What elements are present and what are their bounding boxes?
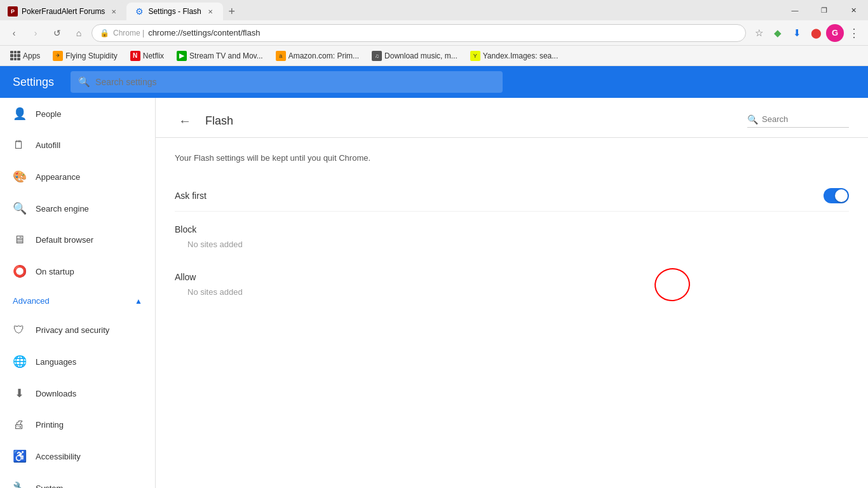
settings-search-bar[interactable]: 🔍 [71, 71, 503, 93]
default-browser-icon: 🖥 [13, 233, 25, 247]
block-section-title: Block [175, 212, 849, 240]
reload-button[interactable]: ↺ [48, 24, 66, 42]
sidebar-item-accessibility[interactable]: ♿ Accessibility [0, 440, 155, 472]
minimize-button[interactable]: — [780, 0, 810, 20]
toggle-thumb [835, 189, 848, 202]
sidebar-languages-label: Languages [36, 357, 76, 367]
lock-icon: 🔒 [100, 29, 109, 37]
sidebar-item-system[interactable]: 🔧 System [0, 472, 155, 488]
bookmark-star-icon[interactable]: ☆ [750, 24, 768, 42]
flash-search-icon: 🔍 [747, 114, 758, 125]
allow-section-title: Allow [175, 259, 849, 287]
tab-settings-favicon: ⚙ [134, 6, 144, 17]
block-no-sites: No sites added [175, 240, 849, 249]
sidebar-item-printing[interactable]: 🖨 Printing [0, 409, 155, 440]
back-button[interactable]: ‹ [5, 24, 23, 42]
bookmark-stream-favicon: ▶ [177, 51, 187, 61]
allow-no-sites: No sites added [175, 287, 849, 297]
sidebar-item-languages[interactable]: 🌐 Languages [0, 346, 155, 377]
url-bar: ‹ › ↺ ⌂ 🔒 Chrome | chrome://settings/con… [0, 20, 868, 46]
sidebar-advanced-header[interactable]: Advanced ▲ [0, 287, 155, 315]
settings-search-container: 🔍 [71, 71, 503, 93]
settings-page: Settings 🔍 👤 People 🗒 Autofill 🎨 Appeara… [0, 66, 868, 488]
sidebar-item-downloads[interactable]: ⬇ Downloads [0, 377, 155, 409]
bookmark-yandex-favicon: Y [470, 51, 480, 61]
profile-icon[interactable]: G [826, 24, 844, 42]
advanced-collapse-icon: ▲ [135, 297, 142, 306]
bookmark-download-label: Download music, m... [384, 51, 458, 60]
close-button[interactable]: ✕ [839, 0, 868, 20]
bookmark-stream[interactable]: ▶ Stream TV and Mov... [172, 48, 268, 64]
sidebar-advanced-label: Advanced [13, 296, 50, 306]
flash-search-bar[interactable]: 🔍 [747, 114, 849, 128]
bookmark-apps[interactable]: Apps [5, 48, 45, 64]
flash-back-button[interactable]: ← [175, 111, 195, 131]
bookmark-download-favicon: ♫ [372, 51, 382, 61]
privacy-icon: 🛡 [13, 323, 25, 337]
sidebar-item-search-engine[interactable]: 🔍 Search engine [0, 193, 155, 224]
bookmark-stream-label: Stream TV and Mov... [189, 51, 263, 60]
sidebar-item-default-browser[interactable]: 🖥 Default browser [0, 224, 155, 255]
tab-poker-title: PokerFraudAlert Forums [22, 7, 105, 16]
languages-icon: 🌐 [13, 355, 25, 369]
ask-first-label: Ask first [175, 191, 207, 201]
sidebar-item-appearance[interactable]: 🎨 Appearance [0, 161, 155, 193]
tab-settings[interactable]: ⚙ Settings - Flash ✕ [126, 3, 222, 20]
maximize-button[interactable]: ❐ [810, 0, 839, 20]
sidebar-item-autofill[interactable]: 🗒 Autofill [0, 130, 155, 161]
extension2-icon[interactable]: ⬤ [807, 24, 825, 42]
bookmark-flying-label: Flying Stupidity [65, 51, 117, 60]
bookmark-yandex[interactable]: Y Yandex.Images: sea... [465, 48, 564, 64]
new-tab-button[interactable]: + [223, 3, 241, 20]
main-content: ← Flash 🔍 Your Flash settings will be ke… [156, 98, 868, 488]
bookmarks-bar: Apps ✈ Flying Stupidity N Netflix ▶ Stre… [0, 46, 868, 66]
bookmark-netflix[interactable]: N Netflix [125, 48, 169, 64]
sidebar-people-label: People [36, 109, 61, 119]
flash-search-input[interactable] [762, 114, 868, 124]
download-toolbar-icon[interactable]: ⬇ [788, 24, 806, 42]
sidebar-item-privacy[interactable]: 🛡 Privacy and security [0, 315, 155, 346]
settings-search-input[interactable] [95, 77, 495, 87]
autofill-icon: 🗒 [13, 139, 25, 152]
toggle-track[interactable] [824, 188, 849, 203]
bookmark-yandex-label: Yandex.Images: sea... [483, 51, 559, 60]
allow-no-sites-text: No sites added [175, 282, 255, 302]
url-text: chrome://settings/content/flash [148, 28, 260, 37]
search-engine-icon: 🔍 [13, 201, 25, 215]
bookmark-download[interactable]: ♫ Download music, m... [367, 48, 463, 64]
menu-icon[interactable]: ⋮ [845, 24, 863, 42]
home-button[interactable]: ⌂ [70, 24, 88, 42]
sidebar: 👤 People 🗒 Autofill 🎨 Appearance 🔍 Searc… [0, 98, 156, 488]
downloads-icon: ⬇ [13, 386, 25, 400]
bookmark-apps-favicon [10, 51, 20, 61]
bookmark-amazon-favicon: a [276, 51, 286, 61]
bookmark-amazon[interactable]: a Amazon.com: Prim... [271, 48, 364, 64]
url-input[interactable]: 🔒 Chrome | chrome://settings/content/fla… [92, 24, 746, 42]
tab-poker[interactable]: P PokerFraudAlert Forums ✕ [0, 3, 126, 20]
accessibility-icon: ♿ [13, 449, 25, 463]
appearance-icon: 🎨 [13, 170, 25, 184]
bookmark-flying[interactable]: ✈ Flying Stupidity [48, 48, 122, 64]
sidebar-autofill-label: Autofill [36, 140, 60, 150]
extension1-icon[interactable]: ◆ [769, 24, 787, 42]
content-wrapper: 👤 People 🗒 Autofill 🎨 Appearance 🔍 Searc… [0, 98, 868, 488]
bookmark-netflix-label: Netflix [143, 51, 164, 60]
on-startup-icon: ⭕ [13, 264, 25, 278]
tab-poker-close[interactable]: ✕ [109, 6, 119, 17]
flash-body: Your Flash settings will be kept until y… [156, 138, 868, 312]
ask-first-toggle[interactable] [824, 188, 849, 203]
tab-settings-close[interactable]: ✕ [205, 6, 215, 17]
sidebar-item-on-startup[interactable]: ⭕ On startup [0, 255, 155, 287]
bookmark-amazon-label: Amazon.com: Prim... [288, 51, 359, 60]
settings-title: Settings [13, 76, 54, 89]
sidebar-accessibility-label: Accessibility [36, 452, 81, 461]
sidebar-system-label: System [36, 484, 63, 489]
forward-button[interactable]: › [27, 24, 44, 42]
bookmark-apps-label: Apps [23, 51, 40, 60]
bookmark-netflix-favicon: N [130, 51, 140, 61]
title-bar: P PokerFraudAlert Forums ✕ ⚙ Settings - … [0, 0, 868, 20]
sidebar-printing-label: Printing [36, 420, 64, 430]
flash-subtitle: Your Flash settings will be kept until y… [175, 153, 849, 163]
sidebar-item-people[interactable]: 👤 People [0, 98, 155, 130]
settings-search-icon: 🔍 [78, 76, 90, 88]
